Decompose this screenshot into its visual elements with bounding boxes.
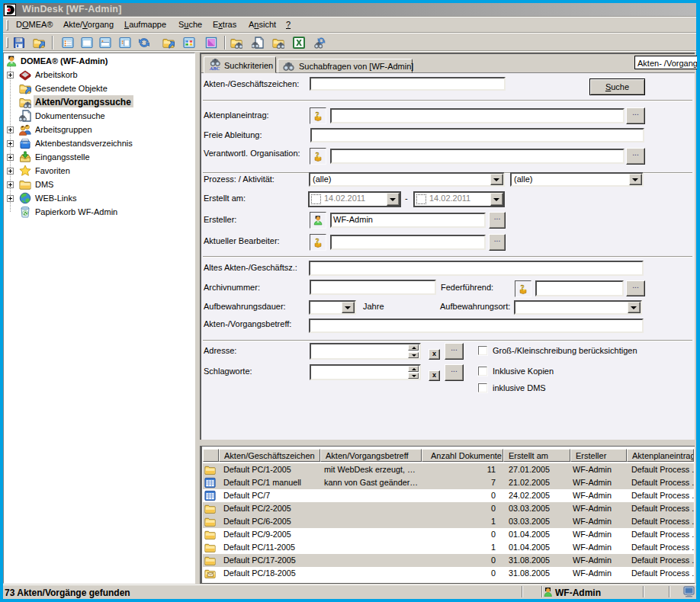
svg-text:ABC: ABC [209, 66, 220, 71]
